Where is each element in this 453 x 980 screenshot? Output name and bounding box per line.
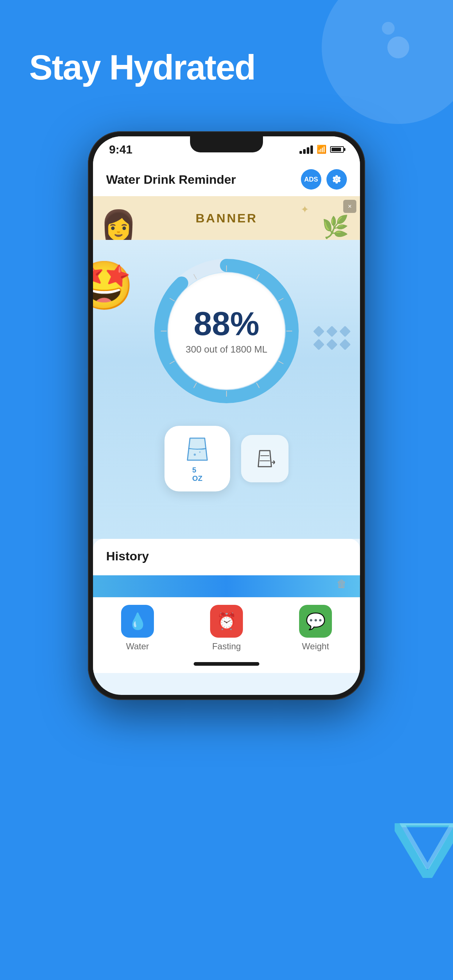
banner-cross-decoration: ✦ <box>301 204 309 215</box>
v-shape-svg <box>395 823 453 878</box>
signal-bar-3 <box>307 147 309 154</box>
tab-weight-icon-wrap: 💬 <box>299 605 332 638</box>
tab-fasting-icon-wrap: ⏰ <box>210 605 243 638</box>
bg-circle-tiny <box>382 22 395 35</box>
water-glass-icon <box>185 434 210 464</box>
header-icons: ADS <box>301 169 347 189</box>
diamond-3 <box>339 326 351 337</box>
status-icons: 📶 <box>300 145 344 154</box>
progress-ring-container: 88% 300 out of 1800 ML <box>150 255 303 407</box>
page-title: Stay Hydrated <box>29 48 255 88</box>
banner-leaf: 🌿 <box>322 214 349 240</box>
drink-buttons: 5OZ <box>164 426 289 492</box>
bg-circle-large <box>322 0 453 124</box>
trash-icon[interactable]: 🗑 <box>337 578 347 590</box>
settings-button[interactable] <box>327 169 347 189</box>
tab-water[interactable]: 💧 Water <box>121 605 154 652</box>
bg-circle-small <box>388 37 409 58</box>
svg-point-16 <box>199 451 201 453</box>
home-indicator <box>194 662 259 666</box>
diamond-6 <box>339 339 351 350</box>
ads-button[interactable]: ADS <box>301 169 321 189</box>
svg-marker-19 <box>395 823 453 878</box>
weight-icon: 💬 <box>306 612 326 631</box>
diamond-decorations <box>315 328 349 348</box>
tab-weight[interactable]: 💬 Weight <box>299 605 332 652</box>
fasting-clock-icon: ⏰ <box>217 612 237 631</box>
signal-bar-1 <box>300 151 302 154</box>
tab-fasting[interactable]: ⏰ Fasting <box>210 605 243 652</box>
progress-label: 300 out of 1800 ML <box>186 344 267 355</box>
settings-icon <box>332 174 342 185</box>
progress-inner-circle: 88% 300 out of 1800 ML <box>168 273 285 390</box>
signal-bars-icon <box>300 145 313 154</box>
tab-bar: 💧 Water ⏰ Fasting 💬 Weight <box>93 597 360 655</box>
mascot-emoji: 🤩 <box>93 262 134 309</box>
app-title: Water Drink Reminder <box>106 172 236 187</box>
signal-bar-2 <box>303 149 306 154</box>
tab-water-label: Water <box>126 641 149 652</box>
progress-percent: 88% <box>194 307 259 340</box>
banner-girl-emoji: 👩 <box>100 211 137 240</box>
banner-close-button[interactable]: × <box>343 200 356 213</box>
history-wave <box>93 575 360 597</box>
diamond-4 <box>313 339 324 350</box>
battery-fill <box>332 148 341 151</box>
banner-ad[interactable]: 👩 BANNER ✦ 🌿 × <box>93 196 360 240</box>
svg-point-0 <box>335 178 338 181</box>
signal-bar-4 <box>310 145 313 154</box>
history-title: History <box>106 549 347 563</box>
v-triangle-decoration <box>395 823 453 878</box>
phone-notch <box>190 136 263 153</box>
app-header: Water Drink Reminder ADS <box>93 162 360 196</box>
svg-point-15 <box>194 453 196 456</box>
tab-weight-label: Weight <box>302 641 329 652</box>
phone-mockup: 9:41 📶 Water Drink Reminder <box>88 131 365 889</box>
main-content: 🤩 <box>93 240 360 539</box>
glass-list-icon <box>255 449 275 469</box>
water-drop-icon: 💧 <box>128 612 148 631</box>
banner-text: BANNER <box>196 211 257 225</box>
diamond-2 <box>326 326 337 337</box>
diamond-1 <box>313 326 324 337</box>
wifi-icon: 📶 <box>317 145 327 154</box>
home-indicator-wrap <box>93 655 360 673</box>
phone-inner: 9:41 📶 Water Drink Reminder <box>93 136 360 695</box>
phone-outer: 9:41 📶 Water Drink Reminder <box>88 131 365 700</box>
secondary-drink-button[interactable] <box>241 435 289 482</box>
diamond-5 <box>326 339 337 350</box>
primary-drink-button[interactable]: 5OZ <box>164 426 230 492</box>
history-section: History 🗑 <box>93 539 360 597</box>
status-time: 9:41 <box>109 143 132 156</box>
tab-water-icon-wrap: 💧 <box>121 605 154 638</box>
tab-fasting-label: Fasting <box>212 641 241 652</box>
battery-icon <box>330 146 344 153</box>
drink-btn-label: 5OZ <box>192 466 203 483</box>
